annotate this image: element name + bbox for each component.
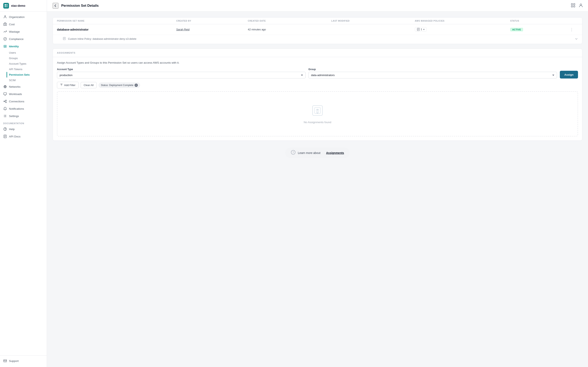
sidebar-item-notifications-label: Notifications [9,107,24,110]
sidebar-item-permission-sets[interactable]: Permission Sets [7,72,47,77]
svg-point-8 [5,46,6,47]
learn-more-pill: ? Learn more about Assignments [285,148,350,158]
sidebar-item-api-docs-label: API Docs [9,135,20,138]
col-header-created-date: CREATED DATE [248,20,331,22]
sidebar-item-help[interactable]: Help [0,125,47,133]
svg-rect-11 [4,93,7,95]
sidebar-item-account-types[interactable]: Account Types [9,61,47,67]
account-type-label: Account Type [57,68,306,71]
svg-point-17 [5,116,6,117]
support-icon [3,359,7,363]
sidebar-item-workloads-label: Workloads [9,92,22,96]
sidebar-item-notifications[interactable]: Notifications [0,105,47,112]
permission-set-name: database-administrator [57,28,176,31]
sidebar-item-api-docs[interactable]: API Docs [0,133,47,140]
policy-count-badge[interactable]: 1 ▼ [415,27,427,32]
col-header-status: STATUS [510,20,570,22]
svg-text:?: ? [292,151,294,154]
group-group: Group data-administrators developers adm… [309,68,557,78]
sidebar-item-support-label: Support [9,359,18,363]
documentation-label: DOCUMENTATION [0,120,47,125]
sidebar-item-scim[interactable]: SCIM [9,77,47,83]
content-area: PERMISSION SET NAME CREATED BY CREATED D… [47,12,588,367]
learn-more-link[interactable]: Assignments [326,151,344,155]
sidebar-item-api-tokens[interactable]: API Tokens [9,67,47,72]
sidebar-item-support[interactable]: Support [0,357,47,365]
svg-rect-28 [573,6,575,7]
sidebar-item-identity-label: Identity [9,45,19,48]
main-content: Permission Set Details PERMISSION SET NA… [47,0,588,367]
svg-rect-0 [5,4,6,6]
add-filter-button[interactable]: Add Filter [57,82,79,89]
group-label: Group [309,68,557,71]
account-type-select[interactable]: production staging development [57,72,306,78]
connections-icon [3,100,7,103]
sidebar-item-organization[interactable]: Organization [0,13,47,21]
assign-button[interactable]: Assign [560,71,578,78]
svg-rect-26 [573,3,575,5]
svg-point-4 [4,16,6,17]
created-date: 42 minutes ago [248,28,331,31]
org-icon [3,15,7,19]
sidebar-item-connections[interactable]: Connections [0,98,47,105]
sidebar-item-settings[interactable]: Settings [0,112,47,120]
sidebar-header: stax-demo [0,0,47,12]
sidebar-nav: Organization Cost Wastage Compliance [0,12,47,355]
back-button[interactable] [53,3,58,8]
sidebar: stax-demo Organization Cost Wastage [0,0,47,367]
app-logo [3,3,9,8]
sidebar-item-cost[interactable]: Cost [0,21,47,28]
sidebar-item-wastage-label: Wastage [9,30,20,33]
cost-icon [3,22,7,26]
app-name: stax-demo [11,4,25,7]
sidebar-item-networks-label: Networks [9,85,20,88]
identity-sub-nav: Users Groups Account Types API Tokens Pe… [0,50,47,83]
svg-rect-2 [5,6,6,7]
svg-rect-27 [571,6,573,7]
sidebar-item-groups[interactable]: Groups [9,55,47,61]
svg-rect-42 [317,113,318,114]
sidebar-item-networks[interactable]: Networks [0,83,47,90]
sidebar-item-workloads[interactable]: Workloads [0,90,47,98]
policy-icon [417,28,420,31]
svg-point-6 [5,24,6,25]
sidebar-item-identity[interactable]: Identity [0,43,47,50]
group-select[interactable]: data-administrators developers admins [309,72,557,78]
sidebar-item-users[interactable]: Users [9,50,47,55]
chevron-down-icon: ▼ [423,28,425,31]
empty-state: No Assignments found [57,91,578,136]
col-header-policies: AWS MANAGED POLICIES [415,20,510,22]
compliance-icon [3,37,7,41]
workloads-icon [3,92,7,96]
notifications-icon [3,107,7,110]
sidebar-item-connections-label: Connections [9,100,24,103]
created-by-link[interactable]: Sarah Reid [176,28,248,31]
svg-line-15 [4,101,6,101]
clear-all-button[interactable]: Clear All [81,82,96,88]
assignments-form-row: Account Type production staging developm… [57,68,578,78]
grid-icon[interactable] [571,3,575,8]
table-row: database-administrator Sarah Reid 42 min… [53,24,582,35]
user-account-icon[interactable] [579,3,583,8]
sidebar-item-wastage[interactable]: Wastage [0,28,47,35]
sidebar-item-organization-label: Organization [9,16,25,18]
row-actions-button[interactable]: ⋮ [570,27,578,32]
assignments-card: ASSIGNMENTS Assign Account Types and Gro… [53,49,582,141]
assignments-description: Assign Account Types and Groups to this … [57,61,578,64]
identity-icon [3,44,7,48]
filter-tag-remove-button[interactable]: ✕ [135,83,138,87]
sidebar-item-compliance[interactable]: Compliance [0,35,47,43]
empty-state-text: No Assignments found [303,121,331,124]
sidebar-bottom: Support [0,355,47,367]
filter-icon [60,83,63,87]
col-header-last-modified: LAST MODIFIED [331,20,415,22]
filter-row: Add Filter Clear All Status: Deployment … [57,82,578,89]
sidebar-item-settings-label: Settings [9,115,19,118]
sidebar-item-cost-label: Cost [9,23,15,26]
policy-count-cell: 1 ▼ [415,27,510,32]
svg-point-19 [5,130,5,130]
help-icon [3,127,7,131]
status-badge: ACTIVE [510,28,523,31]
svg-rect-1 [6,4,8,6]
inline-policy-expand-icon[interactable] [575,37,578,41]
